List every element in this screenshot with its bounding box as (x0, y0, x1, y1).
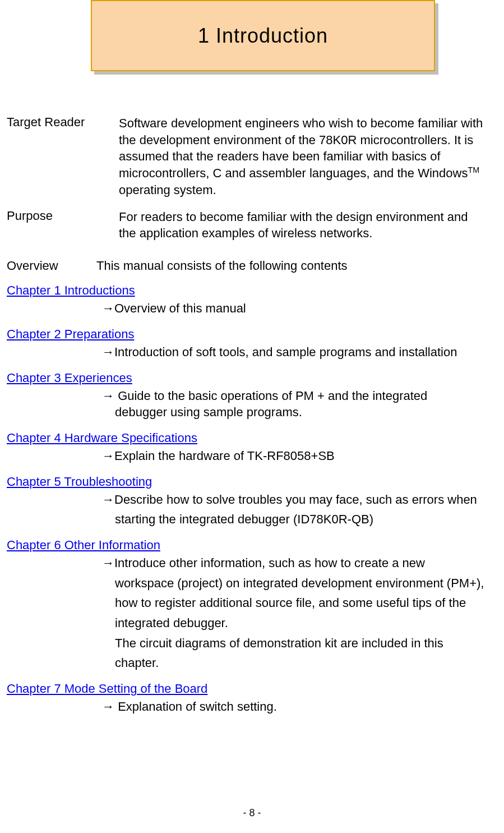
chapter-6-block: Chapter 6 Other Information →Introduce o… (7, 538, 497, 671)
arrow-icon: → (102, 301, 114, 315)
purpose-label: Purpose (7, 209, 119, 242)
overview-text: This manual consists of the following co… (96, 259, 348, 273)
chapter-title: 1 Introduction (198, 24, 328, 48)
title-banner: 1 Introduction (91, 0, 438, 76)
chapter-6-desc: →Introduce other information, such as ho… (102, 555, 497, 671)
content-body: Target Reader Software development engin… (7, 115, 497, 715)
chapter-6-link[interactable]: Chapter 6 Other Information (7, 538, 160, 553)
chapter-1-block: Chapter 1 Introductions →Overview of thi… (7, 283, 497, 317)
chapter-6-cont-4: chapter. (102, 651, 492, 671)
chapter-4-desc-text: Explain the hardware of TK-RF8058+SB (114, 449, 335, 463)
chapter-6-cont-2: integrated debugger. (102, 611, 492, 632)
chapter-6-desc-text: Introduce other information, such as how… (114, 556, 425, 570)
arrow-icon: → (102, 345, 114, 359)
chapter-2-desc-text: Introduction of soft tools, and sample p… (114, 345, 457, 359)
purpose-text: For readers to become familiar with the … (119, 209, 497, 242)
chapter-4-desc: →Explain the hardware of TK-RF8058+SB (102, 448, 497, 464)
chapter-3-link[interactable]: Chapter 3 Experiences (7, 371, 132, 385)
overview-label: Overview (7, 259, 96, 273)
chapter-3-cont: debugger using sample programs. (102, 404, 492, 421)
chapter-5-desc-text: Describe how to solve troubles you may f… (114, 493, 477, 507)
chapter-7-desc-text: Explanation of switch setting. (118, 699, 277, 714)
target-reader-label: Target Reader (7, 115, 119, 199)
arrow-icon: → (102, 699, 118, 714)
chapter-3-desc-text: Guide to the basic operations of PM + an… (118, 389, 427, 403)
chapter-6-cont-1: how to register additional source file, … (102, 591, 492, 611)
arrow-icon: → (102, 449, 114, 463)
arrow-icon: → (102, 493, 114, 507)
chapter-2-link[interactable]: Chapter 2 Preparations (7, 327, 134, 342)
overview-row: Overview This manual consists of the fol… (7, 259, 497, 273)
chapter-7-link[interactable]: Chapter 7 Mode Setting of the Board (7, 682, 207, 696)
chapter-7-block: Chapter 7 Mode Setting of the Board → Ex… (7, 682, 497, 715)
chapter-1-desc-text: Overview of this manual (114, 301, 246, 315)
chapter-6-cont-0: workspace (project) on integrated develo… (102, 572, 492, 592)
purpose-row: Purpose For readers to become familiar w… (7, 209, 497, 242)
target-reader-row: Target Reader Software development engin… (7, 115, 497, 199)
title-box: 1 Introduction (91, 0, 435, 71)
chapter-6-cont-3: The circuit diagrams of demonstration ki… (102, 632, 492, 652)
chapter-1-desc: →Overview of this manual (102, 300, 497, 317)
chapter-1-link[interactable]: Chapter 1 Introductions (7, 283, 135, 298)
chapter-5-desc: →Describe how to solve troubles you may … (102, 491, 497, 528)
page-number: - 8 - (0, 807, 504, 819)
chapter-4-link[interactable]: Chapter 4 Hardware Specifications (7, 431, 197, 445)
target-reader-pre: Software development engineers who wish … (119, 116, 483, 180)
trademark-superscript: TM (468, 165, 479, 174)
chapter-2-block: Chapter 2 Preparations →Introduction of … (7, 327, 497, 361)
chapter-7-desc: → Explanation of switch setting. (102, 698, 497, 715)
chapter-5-link[interactable]: Chapter 5 Troubleshooting (7, 475, 152, 489)
chapter-3-desc: → Guide to the basic operations of PM + … (102, 388, 497, 421)
chapter-4-block: Chapter 4 Hardware Specifications →Expla… (7, 431, 497, 464)
chapter-5-block: Chapter 5 Troubleshooting →Describe how … (7, 475, 497, 528)
arrow-icon: → (102, 556, 114, 570)
chapter-2-desc: →Introduction of soft tools, and sample … (102, 344, 497, 361)
chapter-5-cont: starting the integrated debugger (ID78K0… (102, 508, 492, 528)
arrow-icon: → (102, 389, 118, 403)
target-reader-post: operating system. (119, 183, 216, 197)
chapter-3-block: Chapter 3 Experiences → Guide to the bas… (7, 371, 497, 421)
target-reader-text: Software development engineers who wish … (119, 115, 497, 199)
